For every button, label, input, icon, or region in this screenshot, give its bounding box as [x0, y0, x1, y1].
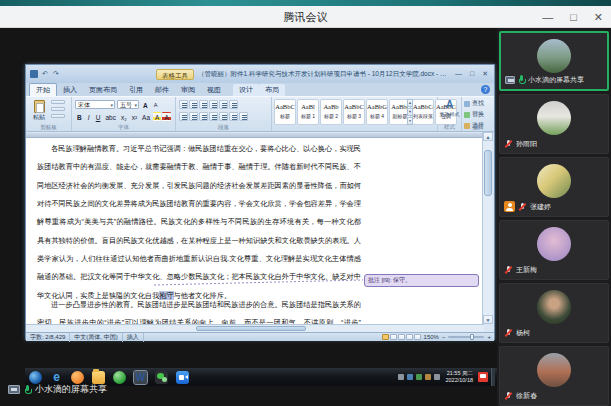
increase-indent-icon[interactable]: [219, 100, 228, 109]
save-icon[interactable]: [30, 70, 38, 78]
font-button-abc[interactable]: abc: [103, 112, 117, 121]
font-button-A[interactable]: A: [153, 112, 161, 121]
tencent-meeting-taskbar-icon[interactable]: [176, 371, 189, 384]
tray-icon[interactable]: [416, 374, 422, 380]
word-count[interactable]: 字数: 2/8,429: [26, 333, 70, 342]
fullscreen-view-icon[interactable]: [390, 334, 397, 340]
comment-bubble[interactable]: 批注 [l9]: 保守。: [364, 274, 479, 287]
font-button-x₂[interactable]: x₂: [119, 112, 129, 121]
style-chip[interactable]: AaBb标题 2: [320, 99, 342, 125]
tab-4[interactable]: 引用: [123, 84, 149, 96]
tab-6[interactable]: 审阅: [175, 84, 201, 96]
word-close-button[interactable]: ✕: [482, 70, 488, 78]
participant-tile[interactable]: 徐新春: [499, 346, 609, 406]
print-layout-view-icon[interactable]: [382, 334, 389, 340]
copy-icon[interactable]: [51, 107, 65, 111]
outline-view-icon[interactable]: [406, 334, 413, 340]
maximize-button[interactable]: □: [570, 12, 577, 23]
vertical-scroll-thumb[interactable]: [484, 150, 492, 196]
font-size-combobox[interactable]: 五号: [117, 100, 139, 109]
360-browser-taskbar-icon[interactable]: [113, 371, 126, 384]
font-button-B[interactable]: B: [75, 112, 84, 121]
zoom-slider[interactable]: [448, 336, 484, 338]
view-mode-buttons[interactable]: [382, 334, 421, 340]
font-name-combobox[interactable]: 宋体: [75, 100, 115, 109]
help-icon[interactable]: ?: [481, 85, 490, 94]
wechat-taskbar-icon[interactable]: [155, 371, 168, 384]
paste-button[interactable]: 粘贴: [29, 99, 49, 125]
style-chip[interactable]: AaBbCcDc列表段落: [412, 99, 434, 125]
close-button[interactable]: ✕: [594, 12, 603, 23]
cut-icon[interactable]: [51, 100, 65, 104]
shading-icon[interactable]: [229, 112, 238, 121]
context-tab-1[interactable]: 设计: [233, 84, 259, 96]
show-desktop-button[interactable]: [491, 368, 495, 386]
style-chip[interactable]: AaBl标题 1: [297, 99, 319, 125]
context-tab-2[interactable]: 布局: [259, 84, 285, 96]
editing-find[interactable]: 查找: [464, 99, 484, 108]
undo-icon[interactable]: ↶: [41, 70, 49, 78]
decrease-indent-icon[interactable]: [209, 100, 218, 109]
styles-scrollbar[interactable]: ▲▼▾: [407, 99, 413, 125]
zoom-slider-thumb[interactable]: [470, 334, 474, 340]
zoom-out-icon[interactable]: −: [442, 334, 446, 340]
participant-tile[interactable]: 张建婷: [499, 157, 609, 217]
font-button-x²[interactable]: x²: [130, 112, 139, 121]
tray-icon[interactable]: [398, 374, 404, 380]
participant-tile[interactable]: 孙雨阳: [499, 94, 609, 154]
vertical-scrollbar[interactable]: ▲ ▼: [482, 132, 492, 324]
justify-icon[interactable]: [209, 112, 218, 121]
line-spacing-icon[interactable]: [219, 112, 228, 121]
document-page[interactable]: 各民族理解融情教育。习近平总书记强调：做民族团结重在交心，要将心比心、以心换心，…: [26, 138, 484, 324]
word-taskbar-icon[interactable]: W: [134, 371, 147, 384]
editing-repl[interactable]: 替换: [464, 110, 484, 119]
horizontal-scroll-thumb[interactable]: [196, 326, 306, 331]
tim-notification-icon[interactable]: [478, 372, 488, 382]
multilevel-list-icon[interactable]: [199, 100, 208, 109]
tab-5[interactable]: 邮件: [149, 84, 175, 96]
font-button-Aa[interactable]: Aa: [140, 112, 152, 121]
numbered-list-icon[interactable]: [189, 100, 198, 109]
start-taskbar-icon[interactable]: [29, 371, 42, 384]
word-minimize-button[interactable]: —: [455, 70, 462, 78]
participant-tile[interactable]: 小水滴的屏幕共享: [499, 31, 609, 91]
font-button-U[interactable]: U: [94, 112, 103, 121]
folder-taskbar-icon[interactable]: [92, 371, 105, 384]
ie-taskbar-icon[interactable]: e: [50, 371, 63, 384]
word-maximize-button[interactable]: □: [470, 70, 474, 78]
style-chip[interactable]: AaBbC标题: [274, 99, 296, 125]
taskbar-clock[interactable]: 21:55 周二 2022/10/18: [443, 370, 475, 384]
draft-view-icon[interactable]: [414, 334, 421, 340]
zoom-in-icon[interactable]: +: [487, 334, 491, 340]
redo-icon[interactable]: ↷: [52, 70, 60, 78]
scroll-up-icon[interactable]: ▲: [483, 132, 493, 141]
align-center-icon[interactable]: [189, 112, 198, 121]
change-styles-button[interactable]: A 更改样式: [439, 99, 460, 125]
web-layout-view-icon[interactable]: [398, 334, 405, 340]
align-left-icon[interactable]: [179, 112, 188, 121]
align-right-icon[interactable]: [199, 112, 208, 121]
horizontal-scrollbar[interactable]: [26, 324, 484, 332]
volume-icon[interactable]: [434, 374, 440, 380]
shrink-font-icon[interactable]: A: [152, 100, 160, 109]
tab-1[interactable]: 开始: [29, 83, 57, 96]
language-indicator[interactable]: 中文(简体, 中国): [70, 333, 122, 342]
zoom-level[interactable]: 150%: [424, 334, 439, 340]
borders-icon[interactable]: [239, 112, 248, 121]
minimize-button[interactable]: —: [542, 12, 553, 23]
tab-2[interactable]: 插入: [57, 84, 83, 96]
insert-mode[interactable]: 插入: [123, 333, 144, 342]
style-chip[interactable]: AaBbC标题 3: [343, 99, 365, 125]
grow-font-icon[interactable]: A: [141, 100, 150, 109]
format-painter-icon[interactable]: [51, 114, 65, 118]
sort-icon[interactable]: [229, 100, 238, 109]
participant-tile[interactable]: 王新梅: [499, 220, 609, 280]
tab-7[interactable]: 视图: [201, 84, 227, 96]
tab-3[interactable]: 页面布局: [83, 84, 123, 96]
style-chip[interactable]: AaBbG标题 4: [366, 99, 388, 125]
font-button-I[interactable]: I: [85, 112, 93, 121]
bullet-list-icon[interactable]: [179, 100, 188, 109]
font-button-A[interactable]: A: [162, 112, 170, 121]
scroll-down-icon[interactable]: ▼: [483, 315, 493, 324]
participant-tile[interactable]: 杨柯: [499, 283, 609, 343]
